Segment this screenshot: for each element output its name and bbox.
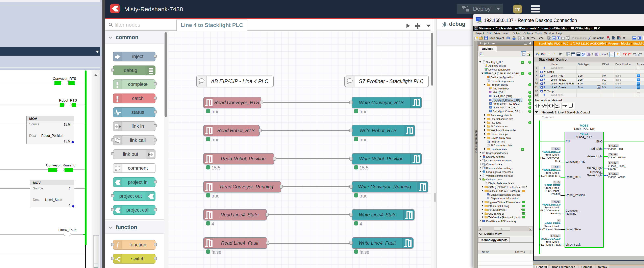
svg-text:✕: ✕: [625, 53, 626, 54]
svg-text:Kₓ: Kₓ: [541, 53, 544, 56]
svg-text:?: ?: [489, 194, 490, 196]
svg-text:?: ?: [609, 38, 610, 40]
svg-text:??: ??: [556, 104, 560, 108]
svg-text:Kₓ: Kₓ: [602, 53, 605, 56]
svg-text:f: f: [116, 242, 119, 249]
svg-text:✕: ✕: [628, 53, 629, 54]
svg-text:Kₓ: Kₓ: [536, 53, 539, 56]
svg-text:?: ?: [488, 80, 489, 82]
